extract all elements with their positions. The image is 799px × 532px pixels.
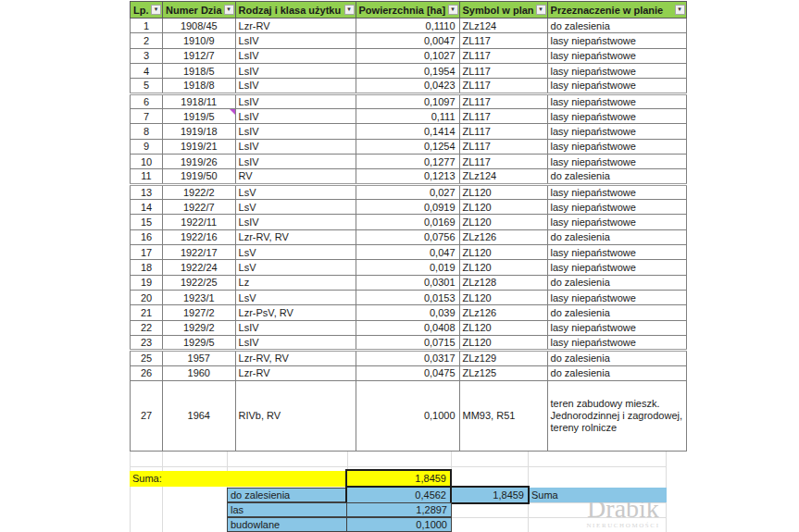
- cell-symbol[interactable]: ZL117: [459, 124, 547, 139]
- cell-lp[interactable]: 26: [131, 365, 163, 380]
- cell-przeznaczenie[interactable]: lasy niepaństwowe: [547, 63, 686, 78]
- cell-powierzchnia[interactable]: 0,0919: [356, 199, 459, 214]
- cell-symbol[interactable]: ZLz128: [459, 275, 547, 290]
- cell-lp[interactable]: 22: [131, 320, 163, 335]
- filter-dropdown-icon[interactable]: ▾: [151, 5, 161, 15]
- cell-rodzaj[interactable]: Lz: [235, 275, 356, 290]
- cell-numer-dzialki[interactable]: 1922/25: [163, 275, 236, 290]
- cell-lp[interactable]: 7: [131, 108, 163, 123]
- cell-numer-dzialki[interactable]: 1957: [163, 351, 236, 365]
- cell-lp[interactable]: 13: [131, 184, 163, 199]
- cell-symbol[interactable]: ZL120: [459, 260, 547, 275]
- cell-rodzaj[interactable]: LsIV: [235, 79, 356, 93]
- cell-rodzaj[interactable]: LsIV: [235, 320, 356, 335]
- cell-numer-dzialki[interactable]: 1960: [163, 365, 236, 380]
- cell-lp[interactable]: 15: [131, 215, 163, 229]
- cell-powierzchnia[interactable]: 0,0169: [356, 215, 459, 229]
- column-header-lp[interactable]: Lp. ▾: [131, 2, 163, 19]
- cell-numer-dzialki[interactable]: 1912/7: [163, 48, 236, 63]
- breakdown-las-label[interactable]: las: [227, 502, 347, 517]
- cell-przeznaczenie[interactable]: lasy niepaństwowe: [547, 33, 686, 48]
- cell-przeznaczenie[interactable]: lasy niepaństwowe: [547, 199, 686, 214]
- cell-przeznaczenie[interactable]: do zalesienia: [547, 275, 686, 290]
- cell-rodzaj[interactable]: LsIV: [235, 335, 356, 350]
- cell-numer-dzialki[interactable]: 1922/7: [163, 199, 236, 214]
- cell-lp[interactable]: 4: [131, 63, 163, 78]
- cell-numer-dzialki[interactable]: 1919/18: [163, 124, 236, 139]
- cell-przeznaczenie[interactable]: do zalesienia: [547, 19, 686, 33]
- cell-numer-dzialki[interactable]: 1922/16: [163, 229, 236, 244]
- cell-rodzaj[interactable]: Lzr-RV: [235, 19, 356, 33]
- cell-symbol[interactable]: ZL120: [459, 290, 547, 304]
- cell-symbol[interactable]: ZL120: [459, 184, 547, 199]
- cell-przeznaczenie[interactable]: lasy niepaństwowe: [547, 79, 686, 93]
- cell-lp[interactable]: 10: [131, 154, 163, 168]
- cell-powierzchnia[interactable]: 0,0475: [356, 365, 459, 380]
- cell-symbol[interactable]: ZL117: [459, 139, 547, 154]
- cell-przeznaczenie[interactable]: lasy niepaństwowe: [547, 139, 686, 154]
- cell-rodzaj[interactable]: Lzr-RV, RV: [235, 229, 356, 244]
- summary-total-label[interactable]: Suma: [530, 488, 622, 502]
- cell-symbol[interactable]: ZLz126: [459, 305, 547, 320]
- filter-dropdown-icon[interactable]: ▾: [536, 5, 546, 15]
- cell-lp[interactable]: 17: [131, 244, 163, 259]
- cell-numer-dzialki[interactable]: 1919/26: [163, 154, 236, 168]
- column-header-powierzchnia[interactable]: Powierzchnia [ha] ▾: [356, 2, 459, 19]
- cell-numer-dzialki[interactable]: 1927/2: [163, 305, 236, 320]
- cell-lp[interactable]: 23: [131, 335, 163, 350]
- column-header-symbol[interactable]: Symbol w plan ▾: [459, 2, 547, 19]
- summary-total-value[interactable]: 1,8459: [450, 486, 530, 504]
- cell-numer-dzialki[interactable]: 1923/1: [163, 290, 236, 304]
- cell-lp[interactable]: 5: [131, 79, 163, 93]
- filter-dropdown-icon[interactable]: ▾: [675, 5, 685, 15]
- cell-symbol[interactable]: ZLz129: [459, 351, 547, 365]
- cell-symbol[interactable]: ZL120: [459, 335, 547, 350]
- breakdown-budowlane-value[interactable]: 0,1000: [346, 517, 452, 532]
- cell-rodzaj[interactable]: RIVb, RV: [235, 380, 356, 451]
- cell-rodzaj[interactable]: LsV: [235, 244, 356, 259]
- cell-powierzchnia[interactable]: 0,111: [356, 108, 459, 123]
- cell-numer-dzialki[interactable]: 1918/11: [163, 93, 236, 108]
- column-header-przeznaczenie[interactable]: Przeznaczenie w planie ▾: [547, 2, 686, 19]
- cell-symbol[interactable]: ZL117: [459, 79, 547, 93]
- cell-symbol[interactable]: ZLz124: [459, 19, 547, 33]
- cell-powierzchnia[interactable]: 0,039: [356, 305, 459, 320]
- cell-przeznaczenie[interactable]: lasy niepaństwowe: [547, 244, 686, 259]
- cell-numer-dzialki[interactable]: 1918/5: [163, 63, 236, 78]
- cell-rodzaj[interactable]: LsV: [235, 199, 356, 214]
- cell-symbol[interactable]: ZL120: [459, 320, 547, 335]
- cell-przeznaczenie[interactable]: lasy niepaństwowe: [547, 320, 686, 335]
- cell-numer-dzialki[interactable]: 1919/5: [163, 108, 236, 123]
- cell-symbol[interactable]: MM93, R51: [459, 380, 547, 451]
- breakdown-zalesienia-label[interactable]: do zalesienia: [227, 488, 347, 502]
- cell-lp[interactable]: 11: [131, 169, 163, 184]
- cell-powierzchnia[interactable]: 0,0301: [356, 275, 459, 290]
- cell-lp[interactable]: 8: [131, 124, 163, 139]
- cell-rodzaj[interactable]: LsIV: [235, 33, 356, 48]
- cell-powierzchnia[interactable]: 0,1277: [356, 154, 459, 168]
- cell-powierzchnia[interactable]: 0,1213: [356, 169, 459, 184]
- cell-numer-dzialki[interactable]: 1922/17: [163, 244, 236, 259]
- cell-powierzchnia[interactable]: 0,1254: [356, 139, 459, 154]
- cell-numer-dzialki[interactable]: 1929/2: [163, 320, 236, 335]
- cell-przeznaczenie[interactable]: do zalesienia: [547, 365, 686, 380]
- breakdown-budowlane-label[interactable]: budowlane: [227, 517, 347, 532]
- cell-przeznaczenie[interactable]: lasy niepaństwowe: [547, 93, 686, 108]
- cell-numer-dzialki[interactable]: 1910/9: [163, 33, 236, 48]
- cell-symbol[interactable]: ZL117: [459, 33, 547, 48]
- cell-przeznaczenie[interactable]: do zalesienia: [547, 169, 686, 184]
- cell-rodzaj[interactable]: Lzr-RV, RV: [235, 351, 356, 365]
- cell-przeznaczenie[interactable]: lasy niepaństwowe: [547, 48, 686, 63]
- cell-powierzchnia[interactable]: 0,0423: [356, 79, 459, 93]
- cell-rodzaj[interactable]: Lzr-PsV, RV: [235, 305, 356, 320]
- cell-symbol[interactable]: ZL117: [459, 63, 547, 78]
- cell-rodzaj[interactable]: LsIV: [235, 63, 356, 78]
- cell-rodzaj[interactable]: LsV: [235, 260, 356, 275]
- column-header-rodzaj[interactable]: Rodzaj i klasa użytku ▾: [235, 2, 356, 19]
- cell-numer-dzialki[interactable]: 1919/50: [163, 169, 236, 184]
- cell-powierzchnia[interactable]: 0,019: [356, 260, 459, 275]
- cell-lp[interactable]: 16: [131, 229, 163, 244]
- cell-symbol[interactable]: ZLz126: [459, 229, 547, 244]
- cell-powierzchnia[interactable]: 0,0047: [356, 33, 459, 48]
- cell-rodzaj[interactable]: LsIV: [235, 154, 356, 168]
